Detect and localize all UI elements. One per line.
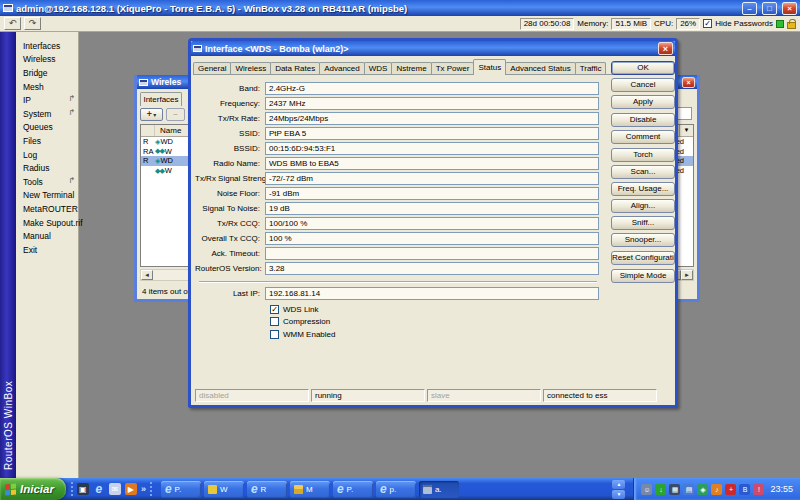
ssid-field[interactable]: PtP EBA 5 — [265, 127, 599, 140]
task-button-4[interactable]: eP. — [333, 481, 373, 498]
ie-icon[interactable]: e — [93, 483, 105, 495]
radio-name-field[interactable]: WDS BMB to EBA5 — [265, 157, 599, 170]
ack-timeout-field[interactable] — [265, 247, 599, 260]
sidebar-menu: InterfacesWirelessBridgeMeshIP↱System↱Qu… — [16, 32, 79, 478]
flags-column-header[interactable] — [141, 125, 155, 136]
disable-button[interactable]: Disable — [611, 113, 675, 127]
task-button-3[interactable]: M — [290, 481, 330, 498]
scroll-left-icon[interactable]: ◄ — [141, 270, 153, 280]
sidebar-item-label: MetaROUTER — [23, 204, 78, 214]
snooper-button[interactable]: Snooper... — [611, 233, 675, 247]
freq-usage-button[interactable]: Freq. Usage... — [611, 182, 675, 196]
frequency-field[interactable]: 2437 MHz — [265, 97, 599, 110]
quick-launch-overflow-chevron[interactable]: » — [141, 484, 146, 494]
comment-button[interactable]: Comment — [611, 130, 675, 144]
sidebar-item-new-terminal[interactable]: New Terminal — [16, 189, 78, 203]
sniff-button[interactable]: Sniff... — [611, 216, 675, 230]
last-ip-field[interactable]: 192.168.81.14 — [265, 287, 599, 300]
close-button[interactable]: × — [782, 2, 797, 15]
add-interface-button[interactable]: + ▾ — [140, 108, 163, 121]
dialog-titlebar[interactable]: Interface <WDS - Bomba (wlan2)> × — [191, 41, 675, 56]
tx-rx-ccq-field[interactable]: 100/100 % — [265, 217, 599, 230]
sidebar-item-system[interactable]: System↱ — [16, 107, 78, 121]
sidebar-item-log[interactable]: Log — [16, 148, 78, 162]
sidebar-item-radius[interactable]: Radius — [16, 161, 78, 175]
vnc-icon[interactable]: ◈ — [697, 484, 708, 495]
ok-button[interactable]: OK — [611, 61, 675, 75]
main-window-titlebar[interactable]: admin@192.168.128.1 (XiquePro - Torre E.… — [0, 0, 800, 16]
tab-divider — [193, 74, 673, 75]
task-button-6[interactable]: a. — [419, 481, 459, 498]
sidebar-item-wireless[interactable]: Wireless — [16, 53, 78, 67]
update-download-icon[interactable]: ↓ — [655, 484, 666, 495]
sidebar-item-queues[interactable]: Queues — [16, 121, 78, 135]
restore-button[interactable]: □ — [762, 2, 777, 15]
band-field[interactable]: 2.4GHz-G — [265, 82, 599, 95]
hide-passwords-checkbox[interactable]: ✓ — [703, 19, 712, 28]
outlook-icon[interactable]: ✉ — [109, 483, 121, 495]
button-group: Simple Mode — [611, 269, 675, 283]
sidebar-item-mesh[interactable]: Mesh — [16, 80, 78, 94]
dialog-close-icon[interactable]: × — [658, 42, 673, 55]
security-icon[interactable]: ! — [753, 484, 764, 495]
sidebar-item-metarouter[interactable]: MetaROUTER — [16, 202, 78, 216]
start-button[interactable]: Iniciar — [0, 478, 66, 500]
chevron-up-icon[interactable]: ▲ — [612, 480, 625, 489]
compression-checkbox[interactable] — [270, 317, 279, 326]
remove-interface-button[interactable]: − — [166, 108, 185, 121]
tx-rx-signal-strength-field[interactable]: -72/-72 dBm — [265, 172, 599, 185]
field-label: Radio Name: — [195, 159, 265, 168]
apply-button[interactable]: Apply — [611, 95, 675, 109]
wmm-enabled-checkbox[interactable] — [270, 330, 279, 339]
sidebar-item-tools[interactable]: Tools↱ — [16, 175, 78, 189]
wireless-close-icon[interactable]: × — [682, 77, 695, 88]
media-player-icon[interactable]: ▶ — [125, 483, 137, 495]
network-icon[interactable]: ▤ — [683, 484, 694, 495]
sidebar-item-make-supout-rif[interactable]: Make Supout.rif — [16, 216, 78, 230]
undo-button[interactable]: ↶ — [4, 17, 21, 30]
task-label: p. — [390, 485, 397, 494]
routeros-winbox-brand: RouterOS WinBox — [0, 32, 16, 478]
simple-mode-button[interactable]: Simple Mode — [611, 269, 675, 283]
submenu-arrow-icon: ↱ — [68, 176, 75, 185]
signal-to-noise-field[interactable]: 19 dB — [265, 202, 599, 215]
sidebar-item-manual[interactable]: Manual — [16, 229, 78, 243]
display-icon[interactable]: ▦ — [669, 484, 680, 495]
user-icon[interactable]: ☺ — [641, 484, 652, 495]
task-button-1[interactable]: W — [204, 481, 244, 498]
column-filter-icon[interactable]: ▼ — [679, 125, 693, 136]
field-row-noise-floor: Noise Floor:-91 dBm — [195, 186, 599, 201]
minimize-button[interactable]: – — [742, 2, 757, 15]
sidebar-item-bridge[interactable]: Bridge — [16, 66, 78, 80]
routeros-version-field[interactable]: 3.28 — [265, 262, 599, 275]
redo-button[interactable]: ↷ — [24, 17, 41, 30]
sidebar-item-exit[interactable]: Exit — [16, 243, 78, 257]
sidebar-item-files[interactable]: Files — [16, 134, 78, 148]
tab-status[interactable]: Status — [473, 59, 506, 75]
chevron-down-icon[interactable]: ▼ — [612, 490, 625, 499]
scroll-right-icon[interactable]: ► — [681, 270, 693, 280]
tx-rx-rate-field[interactable]: 24Mbps/24Mbps — [265, 112, 599, 125]
antivirus-shield-icon[interactable]: + — [725, 484, 736, 495]
task-button-0[interactable]: eP. — [161, 481, 201, 498]
scan-button[interactable]: Scan... — [611, 165, 675, 179]
overall-tx-ccq-field[interactable]: 100 % — [265, 232, 599, 245]
bssid-field[interactable]: 00:15:6D:94:53:F1 — [265, 142, 599, 155]
reset-configuration-button[interactable]: Reset Configuration — [611, 251, 675, 265]
field-row-ssid: SSID:PtP EBA 5 — [195, 126, 599, 141]
show-desktop-icon[interactable]: ▣ — [77, 483, 89, 495]
torch-button[interactable]: Torch — [611, 148, 675, 162]
align-button[interactable]: Align... — [611, 199, 675, 213]
task-button-2[interactable]: eR — [247, 481, 287, 498]
task-button-5[interactable]: ep. — [376, 481, 416, 498]
sidebar-item-interfaces[interactable]: Interfaces — [16, 39, 78, 53]
cancel-button[interactable]: Cancel — [611, 78, 675, 92]
sidebar-item-label: Make Supout.rif — [23, 218, 83, 228]
noise-floor-field[interactable]: -91 dBm — [265, 187, 599, 200]
sidebar-item-label: Manual — [23, 231, 51, 241]
tab-interfaces[interactable]: Interfaces — [140, 92, 182, 106]
wds-link-checkbox[interactable]: ✓ — [270, 305, 279, 314]
sidebar-item-ip[interactable]: IP↱ — [16, 93, 78, 107]
volume-icon[interactable]: ♪ — [711, 484, 722, 495]
bluetooth-icon[interactable]: B — [739, 484, 750, 495]
